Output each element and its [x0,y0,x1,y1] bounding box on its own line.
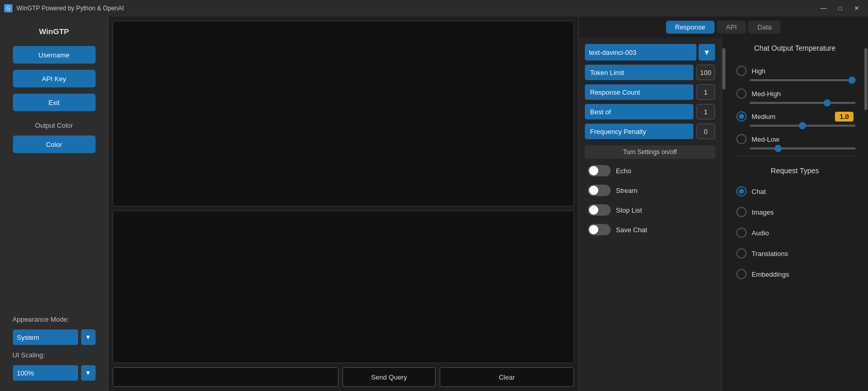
request-label-embeddings: Embeddings [752,270,854,278]
save-chat-label: Save Chat [616,226,647,234]
temp-radio-high[interactable] [736,66,747,76]
request-types-section: Request Types Chat Images [734,160,856,284]
maximize-button[interactable]: □ [833,3,847,13]
output-color-label: Output Color [35,122,73,129]
minimize-button[interactable]: — [816,3,831,13]
request-label-images: Images [752,208,854,216]
temp-slider-medhigh-row [734,102,856,104]
turn-settings-label: Turn Settings on/off [585,145,715,159]
sidebar-title: WinGTP [39,27,69,36]
temp-radio-medhigh[interactable] [736,88,747,99]
right-panel: Response API Data text-davinci-003 ▼ Tok… [579,17,868,391]
temp-radio-medium[interactable] [736,111,747,122]
save-chat-toggle-row: Save Chat [585,222,715,237]
scaling-dropdown-arrow[interactable]: ▼ [81,365,96,381]
scaling-select[interactable]: 100% [13,365,78,381]
temp-slider-medlow-row [734,147,856,149]
request-radio-chat[interactable] [736,186,747,197]
right-content: text-davinci-003 ▼ Token Limit 100 Respo… [579,38,868,391]
temp-slider-medium-row [734,125,856,127]
request-type-chat: Chat [734,181,856,202]
stream-toggle[interactable] [588,185,611,196]
appearance-dropdown-row: System ▼ [13,329,96,345]
frequency-penalty-button[interactable]: Frequency Penalty [585,124,693,139]
settings-scrollbar[interactable] [722,38,726,391]
token-limit-button[interactable]: Token Limit [585,65,693,80]
temperature-panel: Chat Output Temperature High Med-High [726,38,864,391]
temp-value-medium: 1.0 [835,112,854,122]
model-select-button[interactable]: text-davinci-003 [585,44,696,61]
save-chat-toggle[interactable] [588,224,611,235]
temp-label-medhigh: Med-High [752,90,854,98]
settings-panel: text-davinci-003 ▼ Token Limit 100 Respo… [579,38,722,391]
main-layout: WinGTP Username API Key Exit Output Colo… [0,17,868,391]
titlebar: G WinGTP Powered by Python & OpenAI — □ … [0,0,868,17]
close-button[interactable]: ✕ [849,3,864,13]
token-limit-value: 100 [696,65,715,80]
stop-list-toggle-row: Stop List [585,202,715,218]
api-key-button[interactable]: API Key [13,70,96,87]
request-radio-audio[interactable] [736,228,747,238]
request-type-audio: Audio [734,222,856,243]
temp-slider-high[interactable] [750,79,856,81]
best-of-button[interactable]: Best of [585,104,693,119]
response-count-value: 1 [696,84,715,100]
request-type-embeddings: Embeddings [734,264,856,284]
clear-button[interactable]: Clear [440,367,574,387]
titlebar-controls: — □ ✕ [816,3,864,13]
center-panel: Send Query Clear [109,17,579,391]
stop-list-toggle[interactable] [588,204,611,216]
chat-display [113,21,574,206]
exit-button[interactable]: Exit [13,94,96,111]
response-count-button[interactable]: Response Count [585,84,693,100]
request-label-chat: Chat [752,188,854,196]
appearance-dropdown-arrow[interactable]: ▼ [81,329,96,345]
appearance-mode-label: Appearance Mode: [8,315,69,323]
request-radio-chat-inner [739,189,744,194]
model-dropdown-arrow[interactable]: ▼ [699,44,715,61]
echo-toggle-row: Echo [585,163,715,178]
model-row: text-davinci-003 ▼ [585,44,715,61]
tab-data[interactable]: Data [748,21,781,34]
request-radio-images[interactable] [736,207,747,217]
right-panel-scrollbar-thumb [864,48,867,110]
request-label-translations: Translations [752,250,854,258]
request-radio-embeddings[interactable] [736,269,747,279]
temp-label-medlow: Med-Low [752,136,854,143]
right-panel-scrollbar[interactable] [864,38,868,391]
send-query-button[interactable]: Send Query [343,367,436,387]
stream-toggle-row: Stream [585,183,715,198]
request-radio-translations[interactable] [736,248,747,259]
temp-radio-medium-inner [739,114,744,119]
request-label-audio: Audio [752,229,854,237]
titlebar-left: G WinGTP Powered by Python & OpenAI [4,4,124,12]
request-type-images: Images [734,202,856,222]
best-of-row: Best of 1 [585,104,715,119]
response-count-row: Response Count 1 [585,84,715,100]
token-limit-row: Token Limit 100 [585,65,715,80]
temp-radio-medlow[interactable] [736,134,747,144]
app-icon: G [4,4,12,12]
best-of-value: 1 [696,104,715,119]
temp-slider-high-row [734,79,856,81]
frequency-penalty-row: Frequency Penalty 0 [585,124,715,139]
request-types-title: Request Types [734,167,856,175]
echo-label: Echo [616,167,631,175]
tab-response[interactable]: Response [666,21,715,34]
query-input[interactable] [113,367,338,387]
temp-slider-medlow[interactable] [750,147,856,149]
tab-api[interactable]: API [717,21,746,34]
color-button[interactable]: Color [13,136,96,153]
temp-slider-medium[interactable] [750,125,856,127]
stop-list-label: Stop List [616,206,642,214]
frequency-penalty-value: 0 [696,124,715,139]
echo-toggle[interactable] [588,165,611,176]
username-button[interactable]: Username [13,46,96,64]
titlebar-title: WinGTP Powered by Python & OpenAI [17,5,124,12]
temperature-title: Chat Output Temperature [734,44,856,52]
temp-slider-medhigh[interactable] [750,102,856,104]
ui-scaling-label: UI Scaling: [8,351,45,359]
scaling-dropdown-row: 100% ▼ [13,365,96,381]
appearance-select[interactable]: System [13,329,78,345]
temp-label-medium: Medium [752,113,830,121]
